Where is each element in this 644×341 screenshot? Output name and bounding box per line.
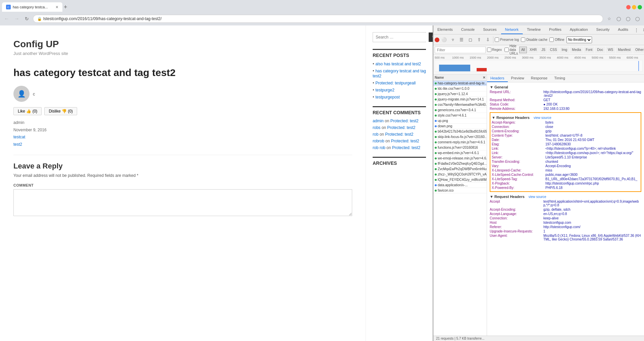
record-button[interactable] — [435, 38, 439, 42]
detail-tab-preview[interactable]: Preview — [508, 75, 528, 82]
status-indicator — [435, 109, 437, 111]
list-item: testpurge2 — [373, 87, 426, 92]
window-maximize-button[interactable] — [638, 5, 642, 9]
devtools-body: Name ✕ has-category-testcat-and-tag-te..… — [433, 75, 644, 336]
post-date: November 9, 2016 — [13, 127, 352, 134]
filter-input[interactable] — [435, 47, 486, 53]
disable-cache-checkbox[interactable] — [521, 38, 525, 42]
request-item[interactable]: jquery.js?ver=1.12.4 — [433, 91, 487, 97]
dislike-button[interactable]: Dislike 👎 (0) — [44, 107, 77, 115]
filter-bar: Regex Hide data URLs All XHR JS CSS Img … — [433, 45, 644, 55]
filter-media[interactable]: Media — [570, 47, 583, 53]
devtools-close-button[interactable]: ✕ — [641, 26, 644, 34]
window-close-button[interactable] — [626, 5, 631, 9]
request-item[interactable]: we-emoji-release.min.js?ver=4.6.1 — [433, 156, 487, 161]
search-input[interactable] — [373, 33, 429, 42]
request-item[interactable]: data.application/x-... — [433, 183, 487, 188]
back-button[interactable]: ← — [3, 15, 11, 23]
extension-icon1[interactable]: ◯ — [614, 15, 623, 23]
detail-tab-response[interactable]: Response — [528, 75, 551, 82]
tab-audits[interactable]: Audits — [614, 25, 633, 34]
view-button[interactable]: ☰ — [458, 36, 466, 44]
filter-font[interactable]: Font — [584, 47, 594, 53]
search-button[interactable]: 🔍 — [429, 32, 433, 42]
view-grid-button[interactable]: ◻ — [466, 36, 474, 44]
tab-console[interactable]: Console — [457, 25, 479, 34]
request-item[interactable]: skip-link-focus-fix.js?ver=20160... — [433, 134, 487, 140]
request-item[interactable]: zhcz-_WihjSQC0oHJ9TCYPi_vA... — [433, 172, 487, 177]
view-source-link2[interactable]: view source — [529, 195, 546, 199]
request-header-row: Referer:http://lstestconfigup.com/ — [490, 225, 641, 229]
filter-button[interactable]: ▿ — [449, 36, 457, 44]
extension-icon2[interactable]: ◯ — [624, 15, 632, 23]
request-item[interactable]: wp-embed.min.js?ver=4.6.1 — [433, 150, 487, 156]
url-bar[interactable]: 🔒 lstestconfigup.com/2016/11/09/has-cate… — [33, 15, 603, 23]
like-button[interactable]: Like 👍 (0) — [13, 107, 42, 115]
window-minimize-button[interactable] — [632, 5, 636, 9]
hide-data-urls-checkbox[interactable] — [504, 48, 509, 52]
preserve-log-checkbox[interactable] — [495, 38, 499, 42]
request-item[interactable]: style.css?ver=4.6.1 — [433, 113, 487, 118]
filter-img[interactable]: Img — [559, 47, 569, 53]
import-button[interactable]: ⇧ — [475, 36, 483, 44]
request-item[interactable]: has-category-testcat-and-tag-te... — [433, 81, 487, 86]
filter-other[interactable]: Other — [633, 47, 644, 53]
request-item[interactable]: jquery-migrate.min.js?ver=14.1 — [433, 97, 487, 102]
list-item: testpurgepost — [373, 94, 426, 99]
request-item[interactable]: up.png — [433, 118, 487, 124]
forward-button[interactable]: → — [13, 15, 21, 23]
filter-doc[interactable]: Doc — [595, 47, 605, 53]
filter-all[interactable]: All — [519, 47, 527, 53]
filter-manifest[interactable]: Manifest — [616, 47, 633, 53]
request-item[interactable]: ldc-lite.css?ver=1.0.0 — [433, 86, 487, 91]
tab-elements[interactable]: Elements — [433, 25, 457, 34]
status-indicator — [435, 104, 437, 106]
address-icons: ☆ ◯ ◯ ◯ — [605, 15, 641, 23]
tab-timeline[interactable]: Timeline — [523, 25, 545, 34]
tick-1000: 1000 ms — [452, 56, 470, 59]
detail-tab-timing[interactable]: Timing — [551, 75, 569, 82]
tab-network[interactable]: Network — [501, 25, 523, 34]
bookmark-icon[interactable]: ☆ — [605, 15, 613, 23]
view-source-link[interactable]: view source — [534, 116, 551, 120]
extension-icon3[interactable]: ◯ — [633, 15, 641, 23]
tab-security[interactable]: Security — [592, 25, 614, 34]
regex-checkbox[interactable] — [487, 48, 491, 52]
request-item[interactable]: fFda8w1V0eDZheqfcyQ4EOgd... — [433, 161, 487, 166]
tab-sources[interactable]: Sources — [479, 25, 501, 34]
tab-close-button[interactable]: × — [56, 4, 58, 10]
devtools-more-button[interactable]: ⋮ — [633, 26, 641, 34]
detail-tab-headers[interactable]: Headers — [487, 75, 508, 82]
request-item[interactable]: comment-reply.min.js?ver=4.6.1 — [433, 140, 487, 145]
clear-button[interactable]: ⚪ — [440, 36, 448, 44]
offline-checkbox[interactable] — [549, 38, 554, 42]
filter-js[interactable]: JS — [539, 47, 547, 53]
post-author: admin — [13, 119, 352, 127]
tab-profiles[interactable]: Profiles — [545, 25, 566, 34]
new-tab-button[interactable]: + — [64, 4, 67, 10]
filter-ws[interactable]: WS — [606, 47, 615, 53]
status-indicator — [435, 179, 437, 181]
tick-4000: 4000 ms — [557, 56, 574, 59]
export-button[interactable]: ⇩ — [484, 36, 492, 44]
refresh-button[interactable]: ↻ — [23, 15, 31, 23]
request-item[interactable]: b642b4217b34b1e8d3bd915fc65... — [433, 129, 487, 134]
request-item[interactable]: functions.js?ver=20160816 — [433, 145, 487, 150]
filter-xhr[interactable]: XHR — [528, 47, 539, 53]
recent-comments-section: RECENT COMMENTS admin on Protected: test… — [373, 106, 426, 150]
request-item[interactable]: favicon.ico — [433, 188, 487, 193]
list-close[interactable]: ✕ — [483, 76, 485, 79]
request-item[interactable]: ZvcMqxEwPh2qDWBPxn6rnhNu... — [433, 166, 487, 172]
headers-content: ▼ General Request URL: http://lstestconf… — [487, 82, 644, 243]
filter-css[interactable]: CSS — [548, 47, 559, 53]
recent-posts-list: also has testcat and test2 has category … — [373, 61, 426, 99]
active-tab[interactable]: C has category testca... × — [2, 2, 62, 12]
comment-input[interactable] — [13, 189, 352, 216]
request-item[interactable]: lQHow_FEYlDC4Gzy_m8fcoWM... — [433, 177, 487, 183]
throttling-select[interactable]: No throttling — [567, 37, 592, 43]
request-item[interactable]: genericons.css?ver=3.4.1 — [433, 108, 487, 113]
tab-application[interactable]: Application — [566, 25, 592, 34]
request-header-row: Accept-Encoding:gzip, deflate, sdch — [490, 207, 641, 212]
request-item[interactable]: down.png — [433, 124, 487, 129]
request-item[interactable]: css?family=Merriweather%3A40... — [433, 102, 487, 108]
